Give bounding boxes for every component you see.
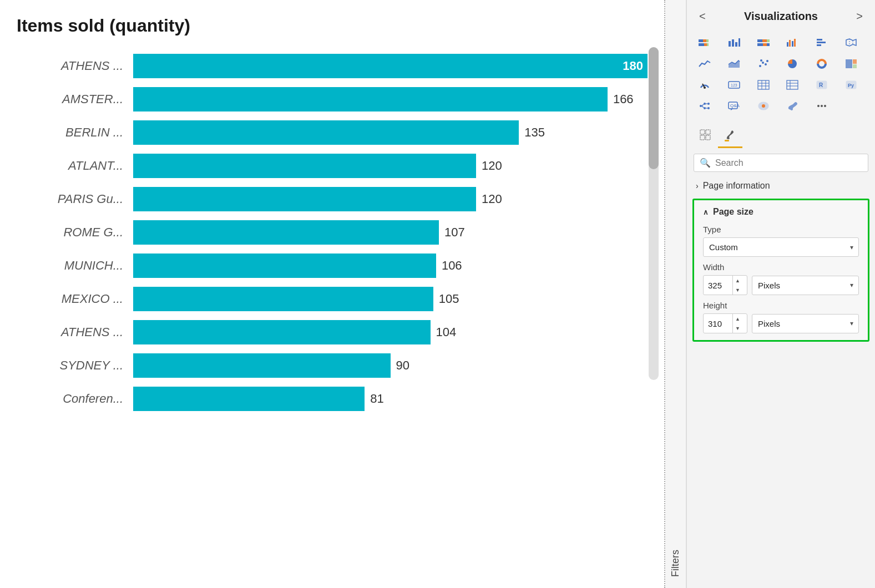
bar-container: 106 — [133, 254, 648, 278]
page-size-header[interactable]: ∧ Page size — [703, 207, 859, 217]
search-input[interactable] — [715, 158, 862, 168]
svg-point-27 — [760, 59, 762, 62]
viz-icon-bar-chart[interactable] — [723, 33, 745, 53]
svg-rect-68 — [700, 130, 705, 134]
svg-text:Q&A: Q&A — [730, 103, 740, 108]
bar-container: 180 — [133, 54, 648, 78]
viz-icon-scatter[interactable] — [752, 54, 775, 74]
viz-icon-donut-chart[interactable] — [811, 54, 833, 74]
format-build-tab[interactable] — [694, 124, 718, 148]
bar-container: 81 — [133, 387, 648, 411]
height-row: ▲ ▼ Pixels Inches Centimeters ▾ — [703, 313, 859, 333]
svg-rect-71 — [706, 135, 710, 140]
viz-icon-python-visual[interactable]: Py — [840, 75, 862, 95]
width-row: ▲ ▼ Pixels Inches Centimeters ▾ — [703, 275, 859, 295]
filters-tab[interactable]: Filters — [665, 0, 686, 588]
bar-row: Conferen...81 — [17, 384, 648, 413]
bar-container: 90 — [133, 353, 648, 378]
viz-icon-table[interactable] — [752, 75, 775, 95]
viz-icon-map-filled[interactable] — [752, 96, 775, 116]
svg-rect-1 — [703, 39, 706, 42]
bar-row: PARIS Gu...120 — [17, 185, 648, 214]
bar — [133, 220, 439, 245]
svg-rect-31 — [846, 59, 852, 68]
height-decrement[interactable]: ▼ — [733, 323, 742, 333]
chart-title: Items sold (quantity) — [17, 16, 648, 36]
viz-icon-matrix[interactable] — [781, 75, 803, 95]
svg-rect-33 — [853, 64, 857, 68]
svg-line-56 — [702, 104, 704, 106]
bar-label: PARIS Gu... — [17, 192, 133, 206]
svg-rect-20 — [817, 42, 826, 43]
bar — [133, 353, 391, 378]
viz-icon-grouped-bar[interactable] — [781, 33, 803, 53]
width-unit-select[interactable]: Pixels Inches Centimeters — [752, 276, 859, 295]
bar-value-outside: 90 — [396, 358, 409, 373]
svg-rect-70 — [700, 135, 705, 140]
width-increment[interactable]: ▲ — [733, 276, 742, 285]
height-increment[interactable]: ▲ — [733, 314, 742, 323]
bar-row: AMSTER...166 — [17, 85, 648, 114]
bar-value-outside: 135 — [524, 125, 545, 140]
svg-point-65 — [817, 105, 820, 107]
svg-rect-17 — [792, 41, 793, 47]
bar-value-outside: 105 — [439, 292, 459, 306]
format-tabs — [687, 120, 875, 148]
bar: 180 — [133, 54, 648, 78]
bar — [133, 120, 519, 145]
viz-icon-pie-chart[interactable] — [781, 54, 803, 74]
viz-icon-r-visual[interactable]: R — [811, 75, 833, 95]
viz-icon-decomp[interactable] — [694, 96, 716, 116]
bar-label: MUNICH... — [17, 258, 133, 273]
viz-icon-treemap[interactable] — [840, 54, 862, 74]
svg-rect-8 — [735, 42, 737, 47]
bar-label: ROME G... — [17, 225, 133, 240]
viz-icon-area-chart[interactable] — [723, 54, 745, 74]
viz-icon-horizontal-bar[interactable] — [811, 33, 833, 53]
scrollbar[interactable] — [649, 47, 659, 380]
viz-icons-grid: 123 R Py Q&A — [687, 31, 875, 120]
svg-rect-19 — [817, 39, 822, 40]
width-input[interactable] — [704, 277, 732, 294]
search-box[interactable]: 🔍 — [694, 154, 868, 172]
svg-point-35 — [704, 87, 706, 89]
viz-icon-line-chart[interactable] — [694, 54, 716, 74]
height-label: Height — [703, 301, 859, 310]
viz-icon-card[interactable]: 123 — [723, 75, 745, 95]
viz-icon-qa[interactable]: Q&A — [723, 96, 745, 116]
height-input-wrapper[interactable]: ▲ ▼ — [703, 313, 747, 333]
bar — [133, 287, 433, 311]
page-size-panel: ∧ Page size Type 16:9 4:3 Letter Custom … — [692, 199, 869, 342]
bar-label: SYDNEY ... — [17, 358, 133, 373]
height-spinner[interactable]: ▲ ▼ — [732, 314, 742, 333]
viz-icon-more[interactable] — [811, 96, 833, 116]
svg-rect-15 — [787, 42, 788, 47]
width-unit-wrapper[interactable]: Pixels Inches Centimeters ▾ — [752, 276, 859, 295]
viz-icon-stacked-bar[interactable] — [694, 33, 716, 53]
viz-icon-map-chart[interactable] — [840, 33, 862, 53]
height-unit-select[interactable]: Pixels Inches Centimeters — [752, 314, 859, 333]
type-select[interactable]: 16:9 4:3 Letter Custom — [703, 237, 859, 257]
format-paint-tab[interactable] — [718, 124, 742, 148]
viz-icon-100pct-bar[interactable] — [752, 33, 775, 53]
svg-rect-0 — [699, 39, 703, 42]
svg-rect-3 — [699, 43, 704, 46]
svg-rect-2 — [706, 39, 709, 42]
page-information-section[interactable]: › Page information — [687, 176, 875, 195]
width-input-wrapper[interactable]: ▲ ▼ — [703, 275, 747, 295]
height-unit-wrapper[interactable]: Pixels Inches Centimeters ▾ — [752, 314, 859, 333]
width-decrement[interactable]: ▼ — [733, 285, 742, 295]
height-input[interactable] — [704, 315, 732, 332]
viz-nav-prev[interactable]: < — [696, 9, 709, 24]
viz-icon-gauge[interactable] — [694, 75, 716, 95]
width-spinner[interactable]: ▲ ▼ — [732, 276, 742, 295]
bar-container: 105 — [133, 287, 648, 311]
viz-nav-next[interactable]: > — [853, 9, 866, 24]
viz-icon-paint[interactable] — [781, 96, 803, 116]
svg-point-30 — [820, 62, 824, 66]
bar-container: 120 — [133, 154, 648, 178]
scrollbar-thumb[interactable] — [649, 47, 659, 169]
svg-rect-38 — [758, 80, 769, 89]
type-dropdown-wrapper[interactable]: 16:9 4:3 Letter Custom ▾ — [703, 237, 859, 257]
bar — [133, 154, 476, 178]
